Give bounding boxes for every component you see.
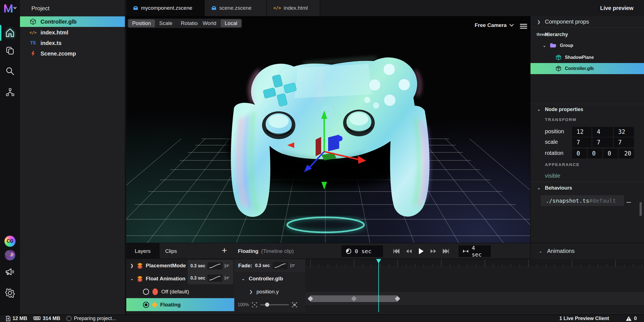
html-code-icon: </> [273, 6, 281, 11]
file-item-controller-glb[interactable]: Controller.glb [20, 16, 125, 27]
chevron-down-icon: ⌄ [130, 276, 134, 281]
section-hierarchy: threat; Hierarchy ⌄ Group ShadowPlane Co… [530, 29, 644, 104]
space-local-button[interactable]: Local [221, 19, 241, 27]
section-title: Behaviours [545, 185, 572, 191]
rewind-button[interactable] [406, 249, 412, 254]
track-row-position-y[interactable]: ❯ position.y [234, 285, 305, 298]
add-clip-button[interactable]: + [222, 245, 227, 256]
position-x-field[interactable]: 12 [572, 127, 592, 137]
layer-stack-icon [137, 276, 143, 282]
home-button[interactable] [0, 26, 20, 40]
warnings-counter[interactable]: 0 [626, 316, 637, 321]
rotation-z-field[interactable]: 0 [603, 149, 618, 159]
skip-end-button[interactable] [443, 249, 449, 254]
position-z-field[interactable]: 32 [614, 127, 634, 137]
transform-mode-toggle: Position Scale Rotation [127, 19, 205, 28]
folder-open-icon [550, 43, 557, 48]
user-avatar[interactable]: CG [0, 235, 20, 247]
tab-mycomponent-zscene[interactable]: mycomponent.zscene [126, 0, 205, 16]
behaviour-script-chip[interactable]: ./snapshot.ts#default [541, 195, 624, 206]
playhead[interactable] [378, 263, 379, 312]
live-preview-clients[interactable]: 1 Live Preview Client [559, 316, 609, 321]
tab-layers[interactable]: Layers [126, 243, 159, 259]
tab-index-html[interactable]: </> index.html [267, 0, 320, 16]
file-item-scene-zcomp[interactable]: Scene.zcomp [20, 48, 125, 59]
zoom-slider[interactable] [260, 304, 289, 305]
viewport-3d[interactable]: Position Scale Rotation World Local Free… [126, 16, 530, 243]
node-properties-header[interactable]: ⌄ Node properties [530, 104, 644, 115]
scene-graph-button[interactable] [0, 85, 20, 99]
glb-model-icon [29, 18, 37, 25]
skip-start-button[interactable] [393, 249, 399, 254]
hierarchy-item-shadowplane[interactable]: ShadowPlane [530, 52, 644, 63]
active-clip-name: Floating [238, 248, 258, 254]
keyframe-area[interactable]: 0s1s2s3s4s5s6s7s [305, 259, 644, 312]
settings-button[interactable] [0, 286, 20, 300]
radio-selected-icon[interactable] [143, 302, 149, 308]
live-preview-label[interactable]: Live preview [600, 0, 633, 16]
clip-row-off-default[interactable]: Off (default) [126, 285, 234, 298]
mesh-node-icon [555, 54, 562, 61]
layer-row-float-animation[interactable]: ⌄ Float Animation [126, 272, 234, 285]
script-anchor: #default [589, 197, 616, 204]
section-behaviours: ⌄ Behaviours ./snapshot.ts#default – [530, 182, 644, 243]
camera-selector[interactable]: Free Camera [475, 22, 514, 28]
announcements-button[interactable] [0, 265, 20, 278]
file-item-index-ts[interactable]: TS index.ts [20, 38, 125, 48]
zoom-fit-icon[interactable] [252, 302, 257, 308]
viewport-menu-button[interactable] [520, 23, 527, 30]
hierarchy-header[interactable]: threat; Hierarchy [530, 29, 644, 40]
scale-z-field[interactable]: 7 [614, 137, 634, 147]
duration-display[interactable]: 4 sec [459, 245, 491, 257]
disk-usage: 12 MB [6, 316, 27, 321]
fast-forward-button[interactable] [430, 249, 437, 254]
section-component-props[interactable]: ❯ Component props [530, 16, 644, 28]
scale-y-field[interactable]: 7 [592, 137, 613, 147]
app-logo[interactable] [0, 2, 20, 14]
timeline-ruler[interactable]: 0s1s2s3s4s5s6s7s [305, 259, 644, 267]
clip-row-floating[interactable]: Floating [126, 298, 234, 311]
zcomp-bolt-icon [29, 51, 37, 57]
search-button[interactable] [0, 64, 20, 78]
fade-duration[interactable]: 0.3 sec [255, 263, 270, 268]
range-icon [463, 249, 468, 253]
mode-position-button[interactable]: Position [128, 19, 155, 27]
hierarchy-item-controller-glb[interactable]: Controller.glb [530, 63, 644, 74]
tab-scene-zscene[interactable]: scene.zscene [205, 0, 267, 16]
track-row-controller-glb[interactable]: ⌄ Controller.glb [234, 272, 305, 285]
hierarchy-item-group[interactable]: ⌄ Group [530, 40, 644, 51]
tab-clips[interactable]: Clips [165, 243, 177, 259]
pages-button[interactable] [0, 44, 20, 57]
fade-label: Fade: [238, 263, 252, 269]
radio-unselected-icon[interactable] [143, 289, 149, 295]
zoom-fill-icon[interactable] [292, 302, 297, 308]
play-button[interactable] [418, 248, 424, 255]
section-animations[interactable]: ⌄ Animations [530, 243, 644, 259]
align-icon[interactable] [290, 263, 295, 268]
zoom-slider-knob[interactable] [265, 303, 269, 307]
scale-x-field[interactable]: 7 [572, 137, 592, 147]
playhead-handle[interactable] [376, 259, 381, 263]
ease-curve-button[interactable] [273, 262, 288, 269]
mode-scale-button[interactable]: Scale [155, 19, 177, 27]
layer-row-placementmode[interactable]: ❯ PlacementMode [126, 259, 234, 272]
file-item-index-html[interactable]: </> index.html [20, 27, 125, 38]
space-world-button[interactable]: World [199, 19, 220, 27]
chevron-down-icon [509, 24, 514, 27]
remove-behaviour-button[interactable]: – [627, 197, 631, 206]
analog-stick-right [343, 110, 375, 136]
project-panel: Project Controller.glb </> index.html TS… [20, 0, 125, 315]
rotation-x-field[interactable]: 0 [572, 149, 587, 159]
visible-label: visible [545, 173, 560, 179]
rotation-y-field[interactable]: 0 [588, 149, 602, 159]
ram-icon [33, 316, 41, 321]
tab-label: index.html [284, 5, 308, 11]
current-time-display[interactable]: 0 sec [341, 245, 383, 257]
profile-avatar[interactable] [0, 249, 20, 261]
behaviours-header[interactable]: ⌄ Behaviours [530, 182, 644, 194]
status-bar: 12 MB 314 MB Preparing project... 1 Live… [0, 315, 644, 322]
file-name: index.ts [41, 40, 62, 46]
search-icon [5, 66, 15, 76]
position-y-field[interactable]: 4 [592, 127, 613, 137]
rotation-w-field[interactable]: 20 [619, 149, 634, 159]
